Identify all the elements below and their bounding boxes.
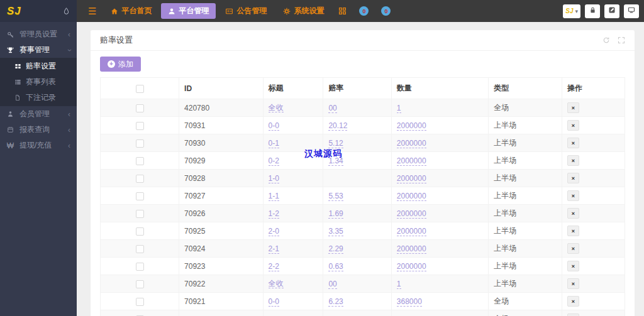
row-quantity-link[interactable]: 368000 (397, 297, 422, 307)
nav-item-announcements[interactable]: 公告管理 (218, 3, 274, 19)
row-checkbox[interactable] (136, 157, 144, 165)
row-odds-link[interactable]: 1.69 (328, 209, 343, 219)
row-title-link[interactable]: 全收 (269, 279, 284, 288)
fullscreen-icon[interactable] (618, 36, 625, 44)
user-dropdown-button[interactable]: SJ ▾ (563, 4, 580, 18)
row-type: 上半场 (489, 222, 562, 240)
sidebar-item-withdraw-deposit[interactable]: ₩ 提现/充值 ‹ (0, 138, 77, 153)
row-quantity-link[interactable]: 2000000 (397, 121, 426, 131)
row-delete-button[interactable]: × (567, 261, 579, 271)
row-checkbox[interactable] (136, 245, 144, 253)
row-delete-button[interactable]: × (567, 155, 579, 166)
sidebar-item-odds-settings[interactable]: 赔率设置 (0, 58, 77, 74)
row-type: 上半场 (489, 170, 562, 187)
row-delete-button[interactable]: × (567, 138, 579, 148)
row-checkbox[interactable] (136, 298, 144, 306)
row-title-link[interactable]: 0-2 (269, 156, 279, 166)
row-quantity-link[interactable]: 2000000 (397, 156, 426, 166)
row-checkbox[interactable] (136, 227, 144, 236)
row-odds-link[interactable]: 3.35 (328, 227, 343, 236)
row-delete-button[interactable]: × (567, 190, 579, 201)
row-type: 上半场 (489, 205, 562, 222)
panel-body: + 添加 ID 标题 赔率 数量 类型 (91, 51, 635, 316)
select-all-checkbox[interactable] (136, 85, 144, 93)
sidebar-item-member-management[interactable]: 会员管理 ‹ (0, 106, 77, 122)
row-delete-button[interactable]: × (567, 173, 579, 183)
nav-item-platform-admin[interactable]: 平台管理 (161, 3, 216, 19)
sidebar-item-bet-records[interactable]: 下注记录 (0, 90, 77, 106)
row-checkbox[interactable] (136, 280, 144, 288)
row-type: 上半场 (489, 134, 562, 152)
sidebar-item-match-management[interactable]: 赛事管理 ‹ (0, 42, 77, 58)
row-title-link[interactable]: 2-0 (269, 227, 279, 236)
row-odds-link[interactable]: 6.23 (328, 297, 343, 307)
row-title-link[interactable]: 2-1 (269, 244, 279, 254)
row-title-link[interactable]: 全收 (269, 103, 284, 112)
nav-item-system-settings[interactable]: 系统设置 (276, 3, 331, 19)
lock-screen-button[interactable] (585, 4, 600, 18)
refresh-icon[interactable] (602, 36, 610, 44)
row-title-link[interactable]: 2-2 (269, 262, 279, 271)
row-quantity-link[interactable]: 2000000 (397, 262, 426, 271)
droplet-icon (63, 7, 70, 15)
row-quantity-link[interactable]: 2000000 (397, 192, 426, 201)
row-title-link[interactable]: 0-0 (269, 297, 279, 307)
row-checkbox[interactable] (136, 175, 144, 183)
sidebar-submenu: 赔率设置 赛事列表 下注记录 (0, 58, 77, 106)
hamburger-icon[interactable]: ☰ (83, 6, 101, 17)
display-button[interactable] (624, 4, 639, 18)
edit-icon (608, 6, 616, 16)
edit-theme-button[interactable] (604, 4, 619, 18)
row-quantity-link[interactable]: 2000000 (397, 174, 426, 183)
caret-down-icon: ▾ (575, 8, 578, 14)
row-odds-link[interactable]: 5.53 (328, 192, 343, 201)
row-quantity-link[interactable]: 2000000 (397, 227, 426, 236)
notification-badge-1[interactable]: 0 (359, 6, 369, 16)
row-odds-link[interactable]: 00 (328, 280, 336, 289)
app-logo[interactable]: SJ (0, 0, 77, 22)
row-odds-link[interactable]: 2.29 (328, 244, 343, 254)
row-quantity-link[interactable]: 2000000 (397, 139, 426, 148)
nav-item-home[interactable]: 平台首页 (104, 3, 158, 19)
close-icon: × (572, 228, 575, 234)
row-delete-button[interactable]: × (567, 243, 579, 254)
row-id: 420780 (179, 99, 263, 117)
row-delete-button[interactable]: × (567, 296, 579, 307)
row-delete-button[interactable]: × (567, 208, 579, 219)
sidebar-item-match-list[interactable]: 赛事列表 (0, 74, 77, 90)
file-icon (14, 94, 21, 101)
row-quantity-link[interactable]: 1 (397, 280, 401, 289)
sidebar-item-report-query[interactable]: 报表查询 ‹ (0, 122, 77, 138)
row-checkbox[interactable] (136, 139, 144, 148)
row-delete-button[interactable]: × (567, 102, 579, 113)
row-title-link[interactable]: 0-0 (269, 121, 279, 131)
row-quantity-link[interactable]: 1 (397, 104, 401, 113)
sidebar-item-admin-settings[interactable]: 管理员设置 ‹ (0, 26, 77, 42)
row-type: 上半场 (489, 152, 562, 170)
row-checkbox[interactable] (136, 263, 144, 271)
row-title-link[interactable]: 1-2 (269, 209, 279, 219)
sidebar-item-label: 赛事列表 (26, 77, 56, 87)
row-delete-button[interactable]: × (567, 313, 579, 316)
row-quantity-link[interactable]: 2000000 (397, 244, 426, 254)
row-odds-link[interactable]: 00 (328, 104, 336, 113)
row-odds-link[interactable]: 20.12 (328, 121, 347, 131)
row-odds-link[interactable]: 0.63 (328, 262, 343, 271)
row-quantity-link[interactable]: 2000000 (397, 209, 426, 219)
row-title-link[interactable]: 0-1 (269, 139, 279, 148)
row-checkbox[interactable] (136, 104, 144, 112)
column-header-title: 标题 (263, 78, 323, 99)
topbar-right-tools: SJ ▾ (563, 4, 644, 18)
row-title-link[interactable]: 1-1 (269, 192, 279, 201)
row-title-link[interactable]: 1-0 (269, 174, 279, 183)
row-delete-button[interactable]: × (567, 278, 579, 289)
row-checkbox[interactable] (136, 122, 144, 130)
grid-menu-icon[interactable] (333, 7, 352, 15)
row-delete-button[interactable]: × (567, 120, 579, 131)
row-odds-link[interactable]: 5.12 (328, 139, 343, 148)
row-checkbox[interactable] (136, 192, 144, 200)
add-button[interactable]: + 添加 (100, 57, 141, 72)
row-delete-button[interactable]: × (567, 226, 579, 236)
notification-badge-2[interactable]: 0 (381, 6, 391, 16)
row-checkbox[interactable] (136, 210, 144, 218)
